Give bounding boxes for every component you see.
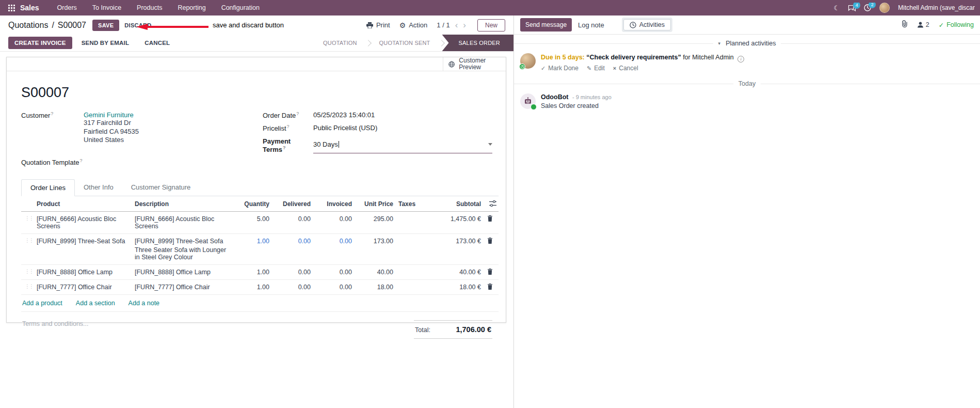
- pager-next-icon[interactable]: ›: [463, 21, 466, 29]
- menu-to-invoice[interactable]: To Invoice: [86, 4, 128, 11]
- menu-configuration[interactable]: Configuration: [215, 4, 266, 11]
- send-message-button[interactable]: Send message: [520, 18, 572, 32]
- status-step-sales-order[interactable]: SALES ORDER: [442, 35, 513, 51]
- print-button[interactable]: Print: [366, 21, 390, 29]
- info-icon[interactable]: i: [737, 56, 744, 62]
- cancel-activity-button[interactable]: ×Cancel: [613, 65, 638, 72]
- payment-terms-input[interactable]: 30 Days: [313, 137, 492, 153]
- chevron-down-icon[interactable]: [488, 143, 492, 146]
- col-invoiced[interactable]: Invoiced: [311, 200, 352, 208]
- send-by-email-button[interactable]: SEND BY EMAIL: [75, 37, 135, 49]
- col-quantity[interactable]: Quantity: [229, 200, 269, 208]
- line-unit-price[interactable]: 173.00: [352, 238, 393, 245]
- line-delivered[interactable]: 0.00: [269, 284, 311, 291]
- terms-placeholder[interactable]: Terms and conditions...: [21, 320, 89, 339]
- tab-customer-signature[interactable]: Customer Signature: [122, 179, 200, 196]
- tab-order-lines[interactable]: Order Lines: [21, 179, 75, 196]
- drag-handle-icon[interactable]: ⋮⋮: [21, 238, 37, 243]
- activities-tab-wrap: Activities: [622, 18, 672, 32]
- delete-line-icon[interactable]: [481, 238, 499, 244]
- activity-avatar[interactable]: [520, 53, 536, 69]
- line-unit-price[interactable]: 40.00: [352, 269, 393, 276]
- col-taxes[interactable]: Taxes: [393, 200, 429, 208]
- apps-grid-icon[interactable]: [5, 5, 18, 11]
- discard-button[interactable]: DISCARD: [119, 20, 156, 31]
- menu-reporting[interactable]: Reporting: [171, 4, 212, 11]
- save-button[interactable]: SAVE: [92, 20, 119, 31]
- line-invoiced[interactable]: 0.00: [311, 284, 352, 291]
- message-author[interactable]: OdooBot: [541, 93, 568, 101]
- col-subtotal[interactable]: Subtotal: [429, 200, 481, 208]
- pricelist-field[interactable]: Public Pricelist (USD): [313, 124, 377, 132]
- line-quantity[interactable]: 1.00: [229, 238, 269, 245]
- tab-other-info[interactable]: Other Info: [75, 179, 122, 196]
- planned-activities-header[interactable]: ▾ Planned activities: [514, 40, 980, 47]
- add-section-link[interactable]: Add a section: [76, 300, 115, 307]
- line-quantity[interactable]: 1.00: [229, 269, 269, 276]
- col-product[interactable]: Product: [37, 200, 135, 208]
- line-delivered[interactable]: 0.00: [269, 269, 311, 276]
- edit-activity-button[interactable]: ✎Edit: [587, 65, 605, 72]
- delete-line-icon[interactable]: [481, 269, 499, 275]
- pager-previous-icon[interactable]: ‹: [455, 21, 458, 29]
- status-step-quotation-sent[interactable]: QUOTATION SENT: [369, 35, 441, 51]
- attachment-icon[interactable]: [901, 20, 908, 29]
- odoobot-avatar[interactable]: [520, 93, 536, 109]
- status-step-quotation[interactable]: QUOTATION: [313, 35, 367, 51]
- add-note-link[interactable]: Add a note: [128, 300, 159, 307]
- line-description[interactable]: [FURN_6666] Acoustic Bloc Screens: [135, 215, 229, 230]
- mark-done-button[interactable]: ✓Mark Done: [541, 65, 579, 72]
- line-delivered[interactable]: 0.00: [269, 238, 311, 245]
- col-unit-price[interactable]: Unit Price: [352, 200, 393, 208]
- col-delivered[interactable]: Delivered: [269, 200, 311, 208]
- dark-mode-icon[interactable]: ☾: [834, 4, 840, 12]
- user-name[interactable]: Mitchell Admin (save_discar: [898, 4, 975, 11]
- line-description[interactable]: [FURN_8888] Office Lamp: [135, 269, 229, 276]
- line-product[interactable]: [FURN_8999] Three-Seat Sofa: [37, 238, 135, 245]
- line-invoiced[interactable]: 0.00: [311, 215, 352, 223]
- new-button[interactable]: New: [477, 19, 505, 32]
- customer-name-link[interactable]: Gemini Furniture: [84, 111, 134, 119]
- activities-tab[interactable]: Activities: [623, 19, 671, 30]
- menu-orders[interactable]: Orders: [51, 4, 84, 11]
- col-description[interactable]: Description: [135, 200, 229, 208]
- activities-clock-icon[interactable]: 2: [864, 4, 871, 11]
- create-invoice-button[interactable]: CREATE INVOICE: [8, 37, 72, 49]
- following-button[interactable]: ✓ Following: [939, 21, 974, 29]
- line-quantity[interactable]: 5.00: [229, 215, 269, 223]
- order-line-row[interactable]: ⋮⋮ [FURN_8999] Three-Seat Sofa [FURN_899…: [21, 234, 499, 265]
- app-name[interactable]: Sales: [20, 4, 39, 12]
- line-product[interactable]: [FURN_6666] Acoustic Bloc Screens: [37, 215, 135, 230]
- delete-line-icon[interactable]: [481, 215, 499, 222]
- line-product[interactable]: [FURN_7777] Office Chair: [37, 284, 135, 291]
- line-unit-price[interactable]: 18.00: [352, 284, 393, 291]
- line-description[interactable]: [FURN_8999] Three-Seat SofaThree Seater …: [135, 238, 229, 261]
- cancel-button[interactable]: CANCEL: [138, 37, 176, 49]
- line-product[interactable]: [FURN_8888] Office Lamp: [37, 269, 135, 276]
- drag-handle-icon[interactable]: ⋮⋮: [21, 269, 37, 274]
- line-invoiced[interactable]: 0.00: [311, 269, 352, 276]
- line-quantity[interactable]: 1.00: [229, 284, 269, 291]
- order-date-field[interactable]: 05/25/2023 15:40:01: [313, 111, 375, 119]
- clock-icon: [630, 22, 636, 28]
- breadcrumb-quotations-link[interactable]: Quotations: [8, 21, 48, 30]
- order-line-row[interactable]: ⋮⋮ [FURN_8888] Office Lamp [FURN_8888] O…: [21, 265, 499, 280]
- menu-products[interactable]: Products: [130, 4, 169, 11]
- order-line-row[interactable]: ⋮⋮ [FURN_6666] Acoustic Bloc Screens [FU…: [21, 212, 499, 234]
- drag-handle-icon[interactable]: ⋮⋮: [21, 284, 37, 289]
- log-note-button[interactable]: Log note: [572, 18, 611, 32]
- line-invoiced[interactable]: 0.00: [311, 238, 352, 245]
- order-line-row[interactable]: ⋮⋮ [FURN_7777] Office Chair [FURN_7777] …: [21, 280, 499, 295]
- line-description[interactable]: [FURN_7777] Office Chair: [135, 284, 229, 291]
- delete-line-icon[interactable]: [481, 284, 499, 290]
- add-product-link[interactable]: Add a product: [22, 300, 62, 307]
- line-delivered[interactable]: 0.00: [269, 215, 311, 223]
- action-button[interactable]: ⚙ Action: [399, 21, 428, 29]
- followers-button[interactable]: 2: [917, 21, 929, 28]
- drag-handle-icon[interactable]: ⋮⋮: [21, 215, 37, 221]
- column-settings-icon[interactable]: [481, 200, 499, 207]
- customer-preview-button[interactable]: Customer Preview: [443, 57, 506, 71]
- user-avatar[interactable]: [879, 3, 890, 13]
- line-unit-price[interactable]: 295.00: [352, 215, 393, 223]
- messages-icon[interactable]: 4: [848, 5, 856, 11]
